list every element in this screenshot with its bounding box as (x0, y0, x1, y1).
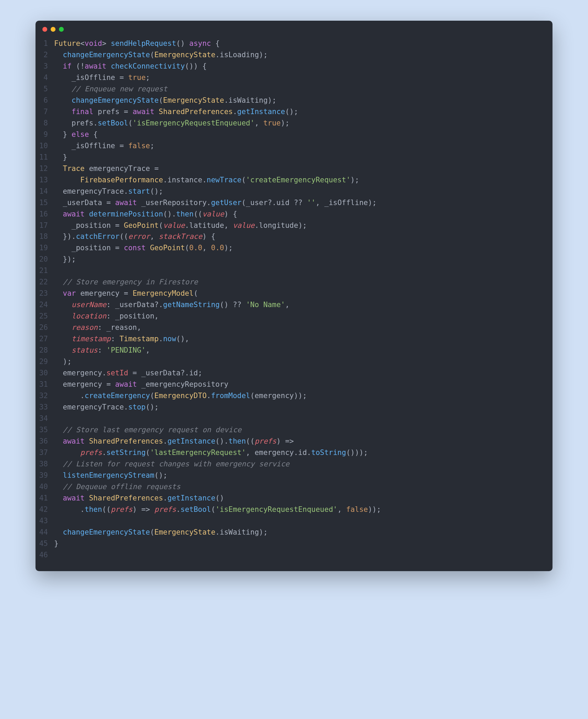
code-content: _position = const GeoPoint(0.0, 0.0); (54, 242, 233, 254)
code-content: // Store emergency in Firestore (54, 276, 198, 288)
line-number: 19 (39, 242, 54, 254)
line-number: 17 (39, 220, 54, 231)
code-editor[interactable]: 1Future<void> sendHelpRequest() async {2… (36, 34, 552, 571)
line-number: 22 (39, 276, 54, 288)
code-content: _isOffline = true; (54, 72, 150, 83)
code-line: 31 emergency = await _emergencyRepositor… (39, 379, 544, 390)
code-content: await SharedPreferences.getInstance().th… (54, 436, 294, 447)
code-line: 45} (39, 538, 544, 549)
code-line: 21 (39, 265, 544, 276)
code-line: 27 timestamp: Timestamp.now(), (39, 333, 544, 345)
code-line: 29 ); (39, 356, 544, 367)
line-number: 44 (39, 527, 54, 538)
code-line: 16 await determinePosition().then((value… (39, 209, 544, 220)
line-number: 27 (39, 333, 54, 345)
minimize-icon[interactable] (51, 27, 55, 32)
code-line: 6 changeEmergencyState(EmergencyState.is… (39, 95, 544, 106)
maximize-icon[interactable] (59, 27, 64, 32)
line-number: 26 (39, 322, 54, 333)
code-content: prefs.setBool('isEmergencyRequestEnqueue… (54, 118, 290, 129)
line-number: 24 (39, 299, 54, 311)
line-number: 41 (39, 493, 54, 504)
code-line: 37 prefs.setString('lastEmergencyRequest… (39, 447, 544, 458)
code-line: 7 final prefs = await SharedPreferences.… (39, 106, 544, 118)
code-line: 20 }); (39, 254, 544, 265)
code-line: 13 FirebasePerformance.instance.newTrace… (39, 174, 544, 186)
code-content: } (54, 152, 67, 163)
code-content: prefs.setString('lastEmergencyRequest', … (54, 447, 368, 458)
code-line: 35 // Store last emergency request on de… (39, 424, 544, 436)
code-line: 41 await SharedPreferences.getInstance() (39, 493, 544, 504)
code-content: } else { (54, 129, 98, 140)
code-content: timestamp: Timestamp.now(), (54, 333, 189, 345)
code-line: 40 // Dequeue offline requests (39, 481, 544, 493)
line-number: 43 (39, 515, 54, 527)
line-number: 18 (39, 231, 54, 242)
code-content: FirebasePerformance.instance.newTrace('c… (54, 174, 359, 186)
code-line: 39 listenEmergencyStream(); (39, 470, 544, 481)
line-number: 30 (39, 367, 54, 379)
code-content: emergency.setId = _userData?.id; (54, 367, 202, 379)
line-number: 10 (39, 140, 54, 152)
code-content: changeEmergencyState(EmergencyState.isWa… (54, 527, 268, 538)
code-content: listenEmergencyStream(); (54, 470, 168, 481)
line-number: 9 (39, 129, 54, 140)
code-line: 44 changeEmergencyState(EmergencyState.i… (39, 527, 544, 538)
code-line: 18 }).catchError((error, stackTrace) { (39, 231, 544, 242)
line-number: 36 (39, 436, 54, 447)
code-line: 9 } else { (39, 129, 544, 140)
code-line: 3 if (!await checkConnectivity()) { (39, 61, 544, 72)
code-line: 24 userName: _userData?.getNameString() … (39, 299, 544, 311)
code-content: emergencyTrace.stop(); (54, 402, 159, 413)
code-content: emergencyTrace.start(); (54, 186, 163, 197)
line-number: 3 (39, 61, 54, 72)
line-number: 16 (39, 209, 54, 220)
code-line: 17 _position = GeoPoint(value.latitude, … (39, 220, 544, 231)
line-number: 33 (39, 402, 54, 413)
line-number: 32 (39, 390, 54, 402)
code-content: final prefs = await SharedPreferences.ge… (54, 106, 298, 118)
code-content: } (54, 538, 59, 549)
code-line: 1Future<void> sendHelpRequest() async { (39, 38, 544, 49)
code-content: ); (54, 356, 72, 367)
code-content: Future<void> sendHelpRequest() async { (54, 38, 220, 49)
code-content: // Store last emergency request on devic… (54, 424, 242, 436)
code-line: 5 // Enqueue new request (39, 83, 544, 95)
close-icon[interactable] (42, 27, 47, 32)
line-number: 6 (39, 95, 54, 106)
code-line: 42 .then((prefs) => prefs.setBool('isEme… (39, 504, 544, 515)
code-line: 19 _position = const GeoPoint(0.0, 0.0); (39, 242, 544, 254)
code-content: _position = GeoPoint(value.latitude, val… (54, 220, 307, 231)
code-line: 32 .createEmergency(EmergencyDTO.fromMod… (39, 390, 544, 402)
code-line: 28 status: 'PENDING', (39, 345, 544, 356)
code-line: 25 location: _position, (39, 311, 544, 322)
code-content: // Dequeue offline requests (54, 481, 181, 493)
code-line: 11 } (39, 152, 544, 163)
line-number: 13 (39, 174, 54, 186)
line-number: 38 (39, 458, 54, 470)
code-line: 10 _isOffline = false; (39, 140, 544, 152)
code-content: Trace emergencyTrace = (54, 163, 159, 174)
code-line: 46 (39, 549, 544, 561)
code-content: changeEmergencyState(EmergencyState.isWa… (54, 95, 276, 106)
line-number: 34 (39, 413, 54, 424)
code-line: 30 emergency.setId = _userData?.id; (39, 367, 544, 379)
code-content: .createEmergency(EmergencyDTO.fromModel(… (54, 390, 307, 402)
line-number: 28 (39, 345, 54, 356)
line-number: 40 (39, 481, 54, 493)
line-number: 29 (39, 356, 54, 367)
code-window: 1Future<void> sendHelpRequest() async {2… (36, 21, 552, 571)
line-number: 39 (39, 470, 54, 481)
line-number: 7 (39, 106, 54, 118)
line-number: 45 (39, 538, 54, 549)
line-number: 42 (39, 504, 54, 515)
line-number: 1 (39, 38, 54, 49)
code-line: 36 await SharedPreferences.getInstance()… (39, 436, 544, 447)
code-line: 38 // Listen for request changes with em… (39, 458, 544, 470)
line-number: 20 (39, 254, 54, 265)
code-line: 8 prefs.setBool('isEmergencyRequestEnque… (39, 118, 544, 129)
code-line: 4 _isOffline = true; (39, 72, 544, 83)
line-number: 8 (39, 118, 54, 129)
code-content: await SharedPreferences.getInstance() (54, 493, 224, 504)
line-number: 4 (39, 72, 54, 83)
